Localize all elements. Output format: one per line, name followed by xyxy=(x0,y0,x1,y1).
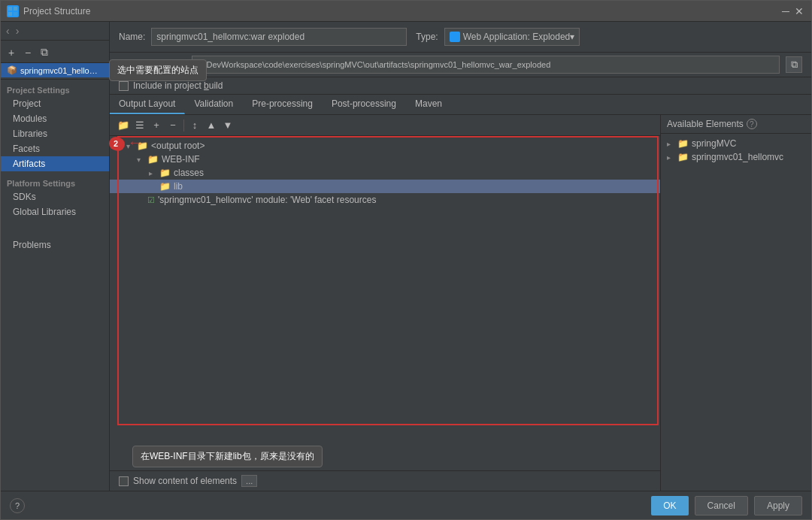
show-content-checkbox[interactable] xyxy=(119,476,129,486)
tree-item-classes[interactable]: ▸ 📁 classes xyxy=(110,166,660,180)
view-button[interactable]: ☰ xyxy=(132,118,147,133)
tabs-row: Output Layout Validation Pre-processing … xyxy=(110,95,811,115)
project-structure-window: Project Structure ─ ✕ ‹ › + − ⧉ xyxy=(0,0,812,520)
expand-icon-lib xyxy=(149,183,159,191)
sidebar-item-sdks[interactable]: SDKs xyxy=(1,189,109,204)
output-dir-browse-button[interactable]: ⧉ xyxy=(786,56,802,73)
sidebar-item-problems[interactable]: Problems xyxy=(1,237,109,252)
up-button[interactable]: ▲ xyxy=(204,118,219,133)
output-dir-input[interactable] xyxy=(192,56,780,74)
include-label: Include in project build xyxy=(133,80,223,91)
artifact-structure-toolbar: 📁 ☰ + − ↕ ▲ ▼ xyxy=(110,115,660,136)
svg-rect-0 xyxy=(8,7,12,11)
copy-artifact-button[interactable]: ⧉ xyxy=(37,45,52,60)
expand-icon-facet xyxy=(137,196,147,204)
window-controls: ─ ✕ xyxy=(780,5,805,17)
tree-item-lib[interactable]: 📁 lib xyxy=(110,180,660,193)
tree-item-label: <output root> xyxy=(151,141,205,151)
sidebar: ‹ › + − ⧉ 📦 springmvc01_hellomvc:war... … xyxy=(1,22,110,491)
sidebar-item-libraries[interactable]: Libraries xyxy=(1,126,109,141)
expand-icon-classes: ▸ xyxy=(149,169,159,177)
panel-content: 📁 ☰ + − ↕ ▲ ▼ 3 xyxy=(110,115,811,491)
back-button[interactable]: ‹ xyxy=(4,25,12,37)
artifact-folder-icon: 📦 xyxy=(7,65,17,75)
tree-item-facet[interactable]: ☑ 'springmvc01_hellomvc' module: 'Web' f… xyxy=(110,193,660,207)
artifact-item-label: springmvc01_hellomvc:war... xyxy=(20,66,103,75)
sidebar-item-global-libraries[interactable]: Global Libraries xyxy=(1,204,109,219)
minimize-button[interactable]: ─ xyxy=(780,5,792,17)
platform-settings-title: Platform Settings xyxy=(1,174,109,189)
tab-post-processing[interactable]: Post-processing xyxy=(323,95,406,114)
expand-icon: ▾ xyxy=(126,142,137,150)
add-artifact-button[interactable]: + xyxy=(4,45,19,60)
svg-rect-2 xyxy=(8,12,12,16)
tree-item-facet-label: 'springmvc01_hellomvc' module: 'Web' fac… xyxy=(158,195,376,205)
tree-item-webinf-label: WEB-INF xyxy=(162,154,200,165)
tree-item-webinf[interactable]: ▾ 📁 WEB-INF xyxy=(110,153,660,166)
annotation-4: 4 在WEB-INF目录下新建lib包，原来是没有的 xyxy=(132,449,149,463)
sort-button[interactable]: ↕ xyxy=(187,118,202,133)
bottom-row: Show content of elements ... xyxy=(110,470,660,491)
platform-settings-section: Platform Settings SDKs Global Libraries xyxy=(1,173,109,221)
tab-output-layout[interactable]: Output Layout xyxy=(110,95,185,114)
avail-item-springmvc[interactable]: ▸ 📁 springMVC xyxy=(661,137,811,150)
tree-item-output-root[interactable]: ▾ 📁 <output root> xyxy=(110,139,660,153)
available-elements-title: Available Elements ? xyxy=(661,115,811,134)
folder-icon: 📁 xyxy=(137,141,148,151)
show-content-options-button[interactable]: ... xyxy=(241,475,257,487)
tab-validation[interactable]: Validation xyxy=(185,95,243,114)
tab-maven[interactable]: Maven xyxy=(406,95,452,114)
sidebar-item-facets[interactable]: Facets xyxy=(1,141,109,156)
footer: ? OK Cancel Apply xyxy=(1,491,811,519)
name-field-row: Name: xyxy=(119,28,407,46)
tree-item-lib-label: lib xyxy=(174,181,183,192)
project-settings-section: Project Settings Project Modules Librari… xyxy=(1,80,109,173)
file-icon-facet: ☑ xyxy=(147,195,155,205)
artifact-item[interactable]: 📦 springmvc01_hellomvc:war... xyxy=(1,63,109,77)
artifact-list: + − ⧉ 📦 springmvc01_hellomvc:war... xyxy=(1,41,109,80)
output-dir-row: Output directory: ⧉ xyxy=(110,53,811,77)
down-button[interactable]: ▼ xyxy=(220,118,235,133)
sidebar-item-modules[interactable]: Modules xyxy=(1,111,109,126)
type-label: Type: xyxy=(416,32,438,42)
sidebar-item-project[interactable]: Project xyxy=(1,96,109,111)
tooltip-4-text: 在WEB-INF目录下新建lib包，原来是没有的 xyxy=(132,446,323,467)
apply-button[interactable]: Apply xyxy=(754,496,802,515)
avail-item-hellomvc[interactable]: ▸ 📁 springmvc01_hellomvc xyxy=(661,150,811,164)
type-field-row: Type: Web Application: Exploded ▾ xyxy=(416,28,580,46)
tree-item-classes-label: classes xyxy=(174,168,204,178)
help-button[interactable]: ? xyxy=(10,498,25,513)
sidebar-item-artifacts[interactable]: Artifacts xyxy=(1,156,109,171)
window-title: Project Structure xyxy=(23,6,90,17)
tab-pre-processing[interactable]: Pre-processing xyxy=(243,95,323,114)
remove-artifact-button[interactable]: − xyxy=(20,45,35,60)
type-dropdown[interactable]: Web Application: Exploded ▾ xyxy=(444,28,580,46)
name-input[interactable] xyxy=(151,28,407,46)
show-content-label: Show content of elements xyxy=(133,476,237,486)
forward-button[interactable]: › xyxy=(14,25,22,37)
create-directory-button[interactable]: 📁 xyxy=(116,118,131,133)
svg-rect-1 xyxy=(14,7,17,11)
name-label: Name: xyxy=(119,32,145,42)
name-type-header: Name: Type: Web Application: Exploded ▾ xyxy=(110,22,811,53)
main-panel: Name: Type: Web Application: Exploded ▾ xyxy=(110,22,811,491)
footer-left: ? xyxy=(10,498,25,513)
include-row: Include in project build xyxy=(110,77,811,95)
available-help-icon[interactable]: ? xyxy=(747,119,757,129)
avail-item-springmvc-label: springMVC xyxy=(692,138,736,149)
toolbar-separator xyxy=(183,119,184,132)
add-button[interactable]: + xyxy=(149,118,164,133)
available-elements-panel: Available Elements ? ▸ 📁 springMVC ▸ 📁 s… xyxy=(661,115,811,491)
cancel-button[interactable]: Cancel xyxy=(695,496,748,515)
include-checkbox[interactable] xyxy=(119,81,129,91)
app-icon xyxy=(7,5,19,17)
nav-arrows: ‹ › xyxy=(4,25,21,37)
close-button[interactable]: ✕ xyxy=(793,5,805,17)
artifact-tree: 3 ▾ 📁 <output root> ▾ 📁 xyxy=(110,136,660,470)
remove-button[interactable]: − xyxy=(165,118,180,133)
problems-section: Problems xyxy=(1,221,109,254)
title-bar-left: Project Structure xyxy=(7,5,90,17)
avail-folder-icon-hellomvc: 📁 xyxy=(677,152,689,162)
avail-expand-hellomvc: ▸ xyxy=(667,153,677,162)
ok-button[interactable]: OK xyxy=(651,496,688,515)
